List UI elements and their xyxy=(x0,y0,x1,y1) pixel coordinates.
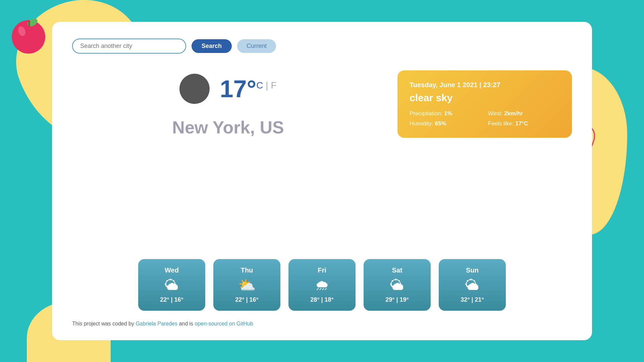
left-panel: 17° C | F New York, US xyxy=(72,67,384,249)
forecast-temps: 28° | 18° xyxy=(310,296,333,303)
footer-github-link[interactable]: open-sourced on GitHub xyxy=(195,321,253,326)
forecast-card: Thu⛅22° | 16° xyxy=(213,259,280,311)
apple-icon xyxy=(8,12,49,57)
search-row: Search Current xyxy=(72,39,572,54)
search-button[interactable]: Search xyxy=(192,39,232,53)
temperature-display: 17° C | F xyxy=(220,77,276,101)
forecast-temps: 22° | 16° xyxy=(235,296,258,303)
forecast-temps: 32° | 21° xyxy=(461,296,484,303)
footer-text-before: This project was coded by xyxy=(72,321,136,326)
forecast-card: Fri🌧28° | 18° xyxy=(288,259,356,311)
city-name: New York, US xyxy=(172,117,284,137)
forecast-icon: 🌧 xyxy=(315,278,329,292)
precipitation: Precipitation: 1% xyxy=(410,110,481,117)
current-button[interactable]: Current xyxy=(237,39,276,53)
wind-value: 2km/hr xyxy=(504,110,523,117)
footer-author-link[interactable]: Gabriela Paredes xyxy=(136,321,177,326)
content-area: 17° C | F New York, US Tuesday, June 1 2… xyxy=(72,67,572,249)
humidity-value: 65% xyxy=(435,120,446,127)
info-details: Precipitation: 1% Wind: 2km/hr Humidity:… xyxy=(410,110,560,127)
humidity-label: Humidity: xyxy=(410,120,433,127)
forecast-day: Wed xyxy=(165,266,179,274)
forecast-card: Sun🌥32° | 21° xyxy=(439,259,506,311)
forecast-day: Thu xyxy=(241,266,253,274)
info-condition: clear sky xyxy=(410,92,560,104)
footer-text-middle: and is xyxy=(179,321,195,326)
unit-separator: | xyxy=(263,80,271,90)
precipitation-value: 1% xyxy=(444,110,452,117)
feels-like: Feels like: 17°C xyxy=(488,120,560,127)
unit-f-label: F xyxy=(271,80,276,90)
forecast-icon: 🌥 xyxy=(465,278,479,292)
forecast-card: Wed🌥22° | 16° xyxy=(138,259,205,311)
weather-icon-temp: 17° C | F xyxy=(179,74,276,104)
wind-label: Wind: xyxy=(488,110,502,117)
unit-c-label: C xyxy=(256,80,263,90)
forecast-day: Sat xyxy=(392,266,402,274)
precipitation-label: Precipitation: xyxy=(410,110,442,117)
forecast-temps: 29° | 19° xyxy=(385,296,409,303)
humidity: Humidity: 65% xyxy=(410,120,481,127)
main-card: Search Current 17° C | F New York, US Tu… xyxy=(52,22,592,340)
info-card: Tuesday, June 1 2021 | 23:27 clear sky P… xyxy=(397,70,572,138)
right-panel: Tuesday, June 1 2021 | 23:27 clear sky P… xyxy=(397,67,572,249)
footer: This project was coded by Gabriela Pared… xyxy=(72,321,572,327)
info-date: Tuesday, June 1 2021 | 23:27 xyxy=(410,81,560,89)
forecast-row: Wed🌥22° | 16°Thu⛅22° | 16°Fri🌧28° | 18°S… xyxy=(72,259,572,311)
unit-c: C | F xyxy=(256,80,276,91)
feels-like-label: Feels like: xyxy=(488,120,514,127)
forecast-day: Fri xyxy=(318,266,326,274)
temperature-value: 17° xyxy=(220,77,256,101)
forecast-day: Sun xyxy=(466,266,479,274)
forecast-card: Sat🌥29° | 19° xyxy=(364,259,431,311)
forecast-icon: 🌥 xyxy=(165,278,179,292)
weather-icon-circle xyxy=(179,74,210,104)
forecast-temps: 22° | 16° xyxy=(160,296,183,303)
forecast-icon: 🌥 xyxy=(390,278,404,292)
wind: Wind: 2km/hr xyxy=(488,110,560,117)
search-input[interactable] xyxy=(72,39,186,54)
feels-like-value: 17°C xyxy=(515,120,528,127)
forecast-icon: ⛅ xyxy=(238,278,256,292)
